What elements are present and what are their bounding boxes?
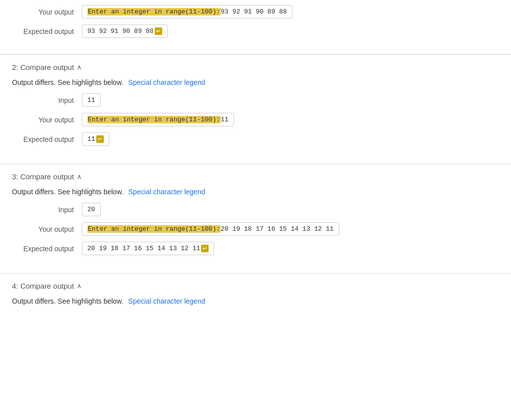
section-header-text-1: 3: Compare output bbox=[12, 172, 74, 181]
input-value-1: 20 bbox=[87, 206, 95, 213]
input-row-1: Input 20 bbox=[12, 203, 499, 216]
expected-output-label-1: Expected output bbox=[12, 242, 82, 253]
newline-icon-top: ↵ bbox=[155, 27, 162, 35]
expected-output-label-top: Expected output bbox=[12, 24, 82, 35]
sections-container: 2: Compare output ∧Output differs. See h… bbox=[0, 54, 511, 324]
your-output-label-1: Your output bbox=[12, 222, 82, 233]
plain-text-top: 93 92 91 90 89 88 bbox=[221, 8, 287, 15]
input-row-0: Input 11 bbox=[12, 93, 499, 107]
differ-row-0: Output differs. See highlights below.Spe… bbox=[12, 78, 499, 86]
section-header-1[interactable]: 3: Compare output ∧ bbox=[12, 172, 499, 181]
differ-text-0: Output differs. See highlights below. bbox=[12, 78, 123, 86]
differ-text-2: Output differs. See highlights below. bbox=[12, 297, 123, 305]
differ-text-1: Output differs. See highlights below. bbox=[12, 188, 123, 196]
section-header-0[interactable]: 2: Compare output ∧ bbox=[12, 63, 499, 71]
input-label-0: Input bbox=[12, 93, 82, 104]
special-char-link-0[interactable]: Special character legend bbox=[128, 78, 205, 86]
input-value-0: 11 bbox=[87, 96, 95, 104]
chevron-up-icon-0: ∧ bbox=[77, 63, 82, 71]
your-output-row-top: Your output Enter an integer in range(11… bbox=[12, 5, 499, 18]
special-char-link-1[interactable]: Special character legend bbox=[128, 188, 205, 196]
section-header-2[interactable]: 4: Compare output ∧ bbox=[12, 282, 499, 290]
your-output-highlighted-1: Enter an integer in range(11-100): bbox=[87, 225, 221, 233]
chevron-up-icon-1: ∧ bbox=[77, 173, 82, 180]
expected-output-row-0: Expected output 11 ↵ bbox=[12, 132, 499, 146]
your-output-plain-0: 11 bbox=[221, 116, 229, 123]
differ-row-1: Output differs. See highlights below.Spe… bbox=[12, 188, 499, 196]
your-output-label-top: Your output bbox=[12, 5, 82, 16]
differ-row-2: Output differs. See highlights below.Spe… bbox=[12, 297, 499, 305]
section-section2: 2: Compare output ∧Output differs. See h… bbox=[0, 54, 511, 164]
input-label-1: Input bbox=[12, 203, 82, 214]
your-output-box-1: Enter an integer in range(11-100): 20 19… bbox=[82, 222, 339, 236]
expected-output-row-1: Expected output 20 19 18 17 16 15 14 13 … bbox=[12, 242, 499, 255]
section-section3: 3: Compare output ∧Output differs. See h… bbox=[0, 164, 511, 273]
input-box-1: 20 bbox=[82, 203, 101, 216]
your-output-row-0: Your output Enter an integer in range(11… bbox=[12, 113, 499, 126]
expected-output-row-top: Expected output 93 92 91 90 89 88 ↵ bbox=[12, 24, 499, 38]
newline-icon-0: ↵ bbox=[96, 135, 104, 143]
top-section: Your output Enter an integer in range(11… bbox=[0, 0, 511, 54]
your-output-label-0: Your output bbox=[12, 113, 82, 124]
input-box-0: 11 bbox=[82, 93, 101, 107]
expected-output-box-1: 20 19 18 17 16 15 14 13 12 11 ↵ bbox=[82, 242, 214, 255]
newline-icon-1: ↵ bbox=[201, 245, 209, 252]
expected-output-label-0: Expected output bbox=[12, 132, 82, 143]
chevron-up-icon-2: ∧ bbox=[77, 282, 82, 290]
special-char-link-2[interactable]: Special character legend bbox=[128, 297, 205, 305]
expected-output-box-top: 93 92 91 90 89 88 ↵ bbox=[82, 24, 168, 38]
section-section4: 4: Compare output ∧Output differs. See h… bbox=[0, 273, 511, 324]
your-output-plain-1: 20 19 18 17 16 15 14 13 12 11 bbox=[221, 225, 333, 233]
expected-output-box-0: 11 ↵ bbox=[82, 132, 109, 146]
expected-output-plain-0: 11 bbox=[87, 135, 95, 143]
your-output-highlighted-0: Enter an integer in range(11-100): bbox=[87, 116, 221, 123]
your-output-row-1: Your output Enter an integer in range(11… bbox=[12, 222, 499, 236]
your-output-box-0: Enter an integer in range(11-100): 11 bbox=[82, 113, 234, 126]
your-output-box-top: Enter an integer in range(11-100): 93 92… bbox=[82, 5, 292, 18]
section-header-text-0: 2: Compare output bbox=[12, 63, 74, 71]
expected-output-plain-1: 20 19 18 17 16 15 14 13 12 11 bbox=[87, 245, 200, 252]
expected-plain-top: 93 92 91 90 89 88 bbox=[87, 27, 154, 35]
highlighted-text-top: Enter an integer in range(11-100): bbox=[87, 8, 221, 15]
section-header-text-2: 4: Compare output bbox=[12, 282, 74, 290]
